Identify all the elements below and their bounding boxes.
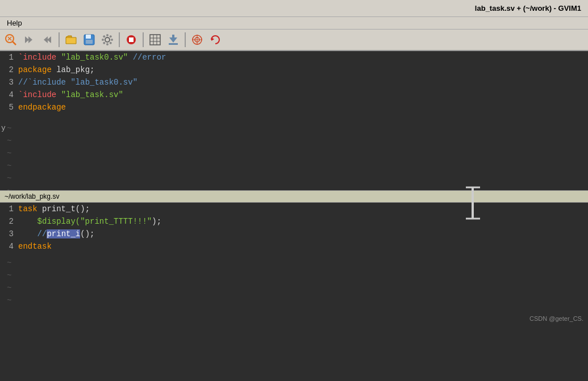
target-button[interactable] bbox=[189, 31, 206, 48]
tilde-char: ~ bbox=[0, 185, 11, 190]
refresh-button[interactable] bbox=[207, 31, 224, 48]
code-token: "lab_task0.sv" bbox=[61, 53, 128, 62]
top-pane[interactable]: 1`include "lab_task0.sv" //error2package… bbox=[0, 51, 588, 122]
top-code-area: 1`include "lab_task0.sv" //error2package… bbox=[0, 51, 588, 114]
properties-button[interactable] bbox=[99, 31, 116, 48]
code-token: print_t(); bbox=[42, 204, 90, 213]
code-line: 1task print_t(); bbox=[0, 203, 588, 215]
line-number: 4 bbox=[0, 89, 18, 101]
tilde-char: ~ bbox=[0, 135, 11, 147]
tilde-area-top: ~~~~~~~ y bbox=[0, 122, 588, 190]
line-content: endpackage bbox=[18, 101, 588, 114]
tilde-char: ~ bbox=[0, 172, 11, 185]
code-token: package bbox=[18, 65, 56, 74]
code-token: $display( bbox=[18, 217, 80, 226]
watermark-text: CSDN @geter_CS. bbox=[529, 315, 583, 322]
line-content: //print_i(); bbox=[18, 228, 588, 240]
status-bar-mid: ~/work/lab_pkg.sv bbox=[0, 190, 588, 203]
code-line: 2 $display("print_TTTT!!!"); bbox=[0, 215, 588, 228]
svg-point-19 bbox=[110, 35, 112, 37]
title-bar: lab_task.sv + (~/work) - GVIM1 bbox=[0, 0, 588, 17]
tilde-char: ~ bbox=[0, 269, 11, 282]
svg-point-12 bbox=[105, 37, 110, 42]
code-line: 1`include "lab_task0.sv" //error bbox=[0, 51, 588, 64]
code-token: task bbox=[18, 204, 42, 213]
svg-rect-29 bbox=[172, 35, 174, 39]
svg-point-20 bbox=[103, 42, 105, 44]
line-content: `include "lab_task.sv" bbox=[18, 89, 588, 101]
save-button[interactable] bbox=[81, 31, 98, 48]
watermark-bar: CSDN @geter_CS. bbox=[529, 313, 588, 324]
code-line: 3//`include "lab_task0.sv" bbox=[0, 76, 588, 89]
toolbar-sep-2 bbox=[119, 32, 120, 47]
tilde-line: ~ bbox=[0, 147, 588, 160]
menu-help[interactable]: Help bbox=[2, 19, 27, 27]
svg-point-17 bbox=[103, 35, 105, 37]
tilde-line: ~ bbox=[0, 160, 588, 172]
table-button[interactable] bbox=[147, 31, 164, 48]
svg-rect-22 bbox=[129, 37, 134, 42]
svg-point-14 bbox=[106, 43, 109, 45]
forward-button[interactable] bbox=[20, 31, 37, 48]
editor-container: 1`include "lab_task0.sv" //error2package… bbox=[0, 51, 588, 324]
line-content: //`include "lab_task0.sv" bbox=[18, 76, 588, 89]
toolbar-sep-4 bbox=[185, 32, 186, 47]
code-token: endtask bbox=[18, 242, 52, 251]
code-token: ); bbox=[152, 217, 161, 226]
code-token: `include bbox=[18, 53, 61, 62]
code-token: print_i bbox=[47, 229, 80, 238]
svg-marker-6 bbox=[47, 36, 51, 43]
tilde-char: ~ bbox=[0, 147, 11, 160]
code-token: // bbox=[18, 229, 47, 238]
svg-point-18 bbox=[110, 42, 112, 44]
code-token: (); bbox=[80, 229, 94, 238]
bottom-pane[interactable]: 1task print_t();2 $display("print_TTTT!!… bbox=[0, 203, 588, 257]
line-number: 1 bbox=[0, 203, 18, 215]
line-content: endtask bbox=[18, 240, 588, 253]
code-token: lab_pkg; bbox=[56, 65, 94, 74]
tilde-line: ~ bbox=[0, 257, 588, 269]
line-number: 4 bbox=[0, 240, 18, 253]
code-line: 4`include "lab_task.sv" bbox=[0, 89, 588, 101]
svg-line-1 bbox=[12, 41, 16, 45]
code-token: `include bbox=[18, 90, 61, 99]
line-number: 1 bbox=[0, 51, 18, 64]
svg-rect-30 bbox=[169, 43, 178, 45]
code-token: //`include bbox=[18, 78, 70, 87]
tilde-line: ~ bbox=[0, 122, 588, 135]
code-line: 4endtask bbox=[0, 240, 588, 253]
tilde-line: ~ bbox=[0, 172, 588, 185]
code-line: 3 //print_i(); bbox=[0, 228, 588, 240]
status-path: ~/work/lab_pkg.sv bbox=[5, 192, 59, 200]
svg-rect-10 bbox=[86, 35, 91, 39]
code-token: "print_TTTT!!!" bbox=[80, 217, 152, 226]
bottom-code-area: 1task print_t();2 $display("print_TTTT!!… bbox=[0, 203, 588, 253]
tilde-area-bottom: ~~~~ bbox=[0, 257, 588, 325]
window-title: lab_task.sv + (~/work) - GVIM1 bbox=[475, 4, 581, 12]
code-token: "lab_task0.sv" bbox=[70, 78, 137, 87]
code-token: //error bbox=[128, 53, 166, 62]
tilde-lines-bottom: ~~~~ bbox=[0, 257, 588, 307]
line-content: `include "lab_task0.sv" //error bbox=[18, 51, 588, 64]
svg-marker-35 bbox=[211, 37, 214, 41]
tilde-char: ~ bbox=[0, 282, 11, 294]
run-button[interactable] bbox=[123, 31, 140, 48]
y-indicator: y bbox=[0, 122, 6, 135]
svg-rect-23 bbox=[150, 35, 160, 45]
code-line: 2package lab_pkg; bbox=[0, 64, 588, 76]
open-file-button[interactable] bbox=[62, 31, 80, 48]
line-number: 5 bbox=[0, 101, 18, 114]
code-token: "lab_task.sv" bbox=[61, 90, 123, 99]
tilde-line: ~ bbox=[0, 135, 588, 147]
search-replace-button[interactable] bbox=[2, 31, 19, 48]
line-content: package lab_pkg; bbox=[18, 64, 588, 76]
line-number: 3 bbox=[0, 228, 18, 240]
tilde-line: ~ bbox=[0, 294, 588, 307]
line-number: 3 bbox=[0, 76, 18, 89]
svg-point-13 bbox=[106, 34, 109, 36]
download-button[interactable] bbox=[165, 31, 182, 48]
svg-point-15 bbox=[102, 39, 104, 41]
line-number: 2 bbox=[0, 64, 18, 76]
toolbar-sep-1 bbox=[59, 32, 60, 47]
back-button[interactable] bbox=[39, 31, 56, 48]
